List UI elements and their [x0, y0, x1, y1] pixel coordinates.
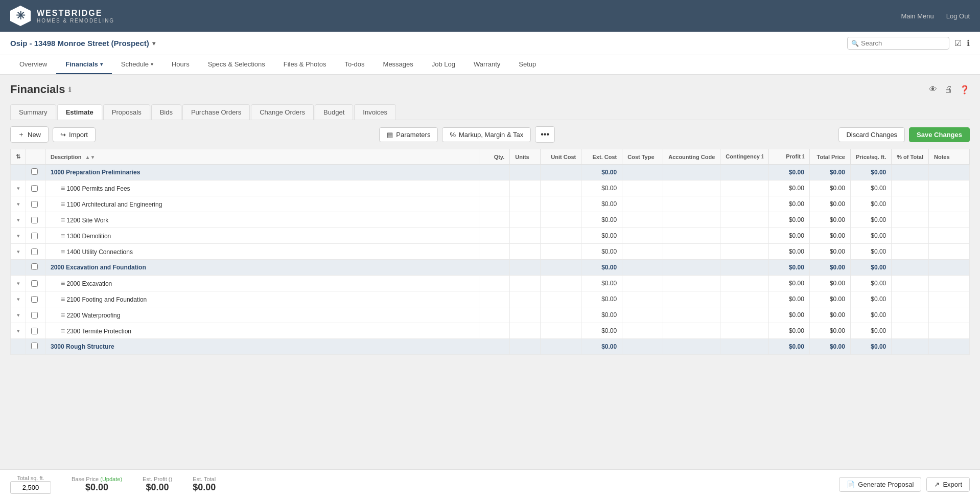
sub-tabs: Summary Estimate Proposals Bids Purchase…: [10, 104, 970, 120]
section-collapse[interactable]: [11, 339, 26, 355]
row-qty: [479, 196, 510, 212]
new-button[interactable]: ＋ New: [10, 126, 49, 143]
row-menu-icon[interactable]: ≡: [61, 295, 65, 303]
subtab-invoices[interactable]: Invoices: [354, 104, 396, 120]
collapse-all-icon[interactable]: ⇅: [16, 153, 20, 160]
save-changes-button[interactable]: Save Changes: [909, 127, 970, 142]
table-row: ▾ ≡ 2200 Waterproofing $0.00 $0.00 $0.00…: [11, 307, 970, 323]
log-out-link[interactable]: Log Out: [946, 12, 970, 20]
row-menu-icon[interactable]: ≡: [61, 247, 65, 256]
tab-setup[interactable]: Setup: [509, 55, 545, 74]
markup-button[interactable]: % Markup, Margin & Tax: [442, 127, 531, 142]
row-expand-icon[interactable]: ▾: [17, 201, 20, 207]
subtab-bids[interactable]: Bids: [151, 104, 181, 120]
subtab-change-orders[interactable]: Change Orders: [251, 104, 314, 120]
subtab-proposals[interactable]: Proposals: [103, 104, 150, 120]
tab-messages[interactable]: Messages: [374, 55, 423, 74]
row-checkbox[interactable]: [31, 296, 38, 303]
row-expand-icon[interactable]: ▾: [17, 296, 20, 302]
row-expand-icon[interactable]: ▾: [17, 217, 20, 223]
row-qty: [479, 307, 510, 323]
row-menu-icon[interactable]: ≡: [61, 311, 65, 319]
row-menu-icon[interactable]: ≡: [61, 327, 65, 335]
row-expand-icon[interactable]: ▾: [17, 185, 20, 191]
row-expand-icon[interactable]: ▾: [17, 328, 20, 334]
row-units: [510, 196, 541, 212]
info-header-icon[interactable]: ℹ: [967, 38, 970, 48]
section-cost-type: [622, 260, 663, 276]
section-ext-cost: $0.00: [581, 339, 622, 355]
row-notes: [929, 196, 970, 212]
section-checkbox[interactable]: [31, 263, 38, 270]
row-profit: $0.00: [768, 180, 809, 196]
section-qty: [479, 339, 510, 355]
row-ext-cost: $0.00: [581, 323, 622, 339]
plus-icon: ＋: [18, 130, 25, 139]
tab-specs[interactable]: Specs & Selections: [199, 55, 274, 74]
tab-warranty[interactable]: Warranty: [464, 55, 509, 74]
row-menu-icon[interactable]: ≡: [61, 216, 65, 224]
row-cont: [720, 212, 769, 228]
tab-files[interactable]: Files & Photos: [274, 55, 336, 74]
page-title-info-icon[interactable]: ℹ: [68, 86, 71, 94]
section-units: [510, 165, 541, 180]
row-expand-icon[interactable]: ▾: [17, 248, 20, 255]
tab-todos[interactable]: To-dos: [336, 55, 374, 74]
row-expand-icon[interactable]: ▾: [17, 280, 20, 286]
row-expand-icon[interactable]: ▾: [17, 312, 20, 318]
tab-schedule[interactable]: Schedule ▾: [112, 55, 162, 74]
search-input[interactable]: [847, 37, 949, 50]
eye-icon[interactable]: 👁: [929, 85, 937, 94]
row-checkbox[interactable]: [31, 248, 38, 255]
subtab-summary[interactable]: Summary: [10, 104, 56, 120]
contingency-info-icon[interactable]: ℹ: [761, 153, 763, 160]
row-checkbox[interactable]: [31, 328, 38, 334]
section-collapse[interactable]: [11, 260, 26, 276]
row-checkbox[interactable]: [31, 312, 38, 319]
section-checkbox[interactable]: [31, 168, 38, 175]
more-options-button[interactable]: •••: [535, 126, 555, 143]
tab-hours[interactable]: Hours: [162, 55, 199, 74]
section-notes: [929, 260, 970, 276]
section-collapse[interactable]: [11, 165, 26, 180]
row-menu-icon[interactable]: ≡: [61, 279, 65, 287]
row-checkbox-cell: [26, 307, 45, 323]
row-cost-type: [622, 244, 663, 260]
subtab-budget[interactable]: Budget: [315, 104, 353, 120]
header-nav: Main Menu Log Out: [901, 12, 970, 20]
row-checkbox[interactable]: [31, 217, 38, 223]
row-expand-icon[interactable]: ▾: [17, 233, 20, 239]
project-title[interactable]: Osip - 13498 Monroe Street (Prospect) ▾: [10, 39, 155, 48]
parameters-button[interactable]: ▤ Parameters: [379, 127, 438, 142]
row-menu-icon[interactable]: ≡: [61, 184, 65, 192]
row-expand-cell: ▾: [11, 180, 26, 196]
row-menu-icon[interactable]: ≡: [61, 232, 65, 240]
tab-financials[interactable]: Financials ▾: [56, 55, 112, 74]
row-menu-icon[interactable]: ≡: [61, 200, 65, 208]
profit-info-icon[interactable]: ℹ: [802, 153, 804, 160]
section-units: [510, 339, 541, 355]
row-ppsf: $0.00: [850, 180, 891, 196]
help-icon[interactable]: ❓: [960, 85, 970, 95]
row-cost-type: [622, 323, 663, 339]
table-row: ▾ ≡ 1100 Architectural and Engineering $…: [11, 196, 970, 212]
row-checkbox-cell: [26, 291, 45, 307]
import-button[interactable]: ↪ Import: [53, 127, 96, 142]
tab-overview[interactable]: Overview: [10, 55, 56, 74]
subtab-purchase-orders[interactable]: Purchase Orders: [182, 104, 250, 120]
row-checkbox[interactable]: [31, 185, 38, 192]
row-checkbox[interactable]: [31, 280, 38, 287]
discard-changes-button[interactable]: Discard Changes: [838, 127, 905, 142]
row-checkbox[interactable]: [31, 201, 38, 208]
main-menu-link[interactable]: Main Menu: [901, 12, 934, 20]
description-sort-icon[interactable]: ▲▼: [85, 154, 96, 160]
subtab-estimate[interactable]: Estimate: [57, 104, 102, 120]
row-acct: [663, 228, 720, 244]
row-checkbox[interactable]: [31, 233, 38, 239]
checkmark-icon[interactable]: ☑: [954, 38, 962, 48]
row-cont: [720, 244, 769, 260]
tab-job-log[interactable]: Job Log: [423, 55, 464, 74]
print-icon[interactable]: 🖨: [944, 85, 952, 94]
col-contingency-header: Contingency ℹ: [720, 149, 769, 165]
section-checkbox[interactable]: [31, 343, 38, 349]
